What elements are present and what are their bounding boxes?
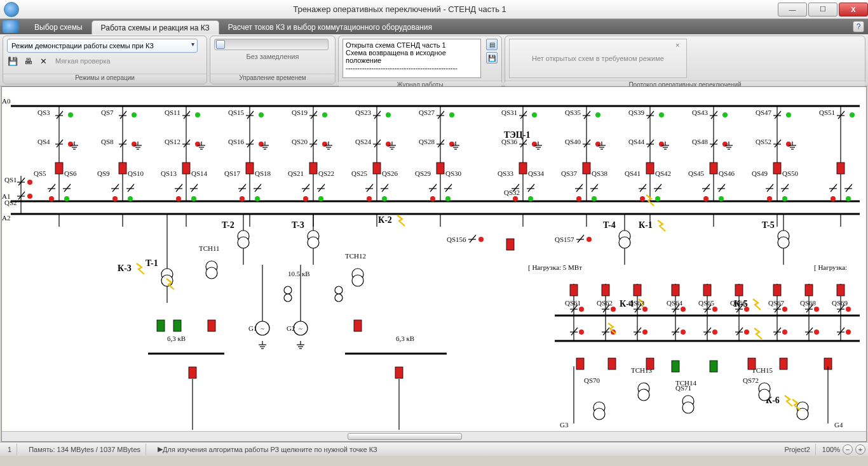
protocol-close-button[interactable]: × [675, 41, 684, 50]
svg-rect-368 [208, 320, 215, 331]
svg-text:QS26: QS26 [382, 170, 398, 177]
svg-text:QS6: QS6 [64, 170, 77, 177]
svg-line-147 [438, 111, 444, 119]
tab-fault-calc[interactable]: Расчет токов КЗ и выбор коммутационного … [219, 20, 441, 34]
ribbon: Режим демонстрации работы схемы при КЗ 💾… [0, 34, 868, 86]
svg-line-32 [120, 111, 126, 119]
svg-line-151 [438, 140, 444, 147]
svg-rect-135 [373, 163, 381, 174]
svg-point-15 [68, 142, 73, 147]
svg-text:QS49: QS49 [752, 170, 768, 177]
svg-point-120 [318, 196, 323, 201]
svg-point-119 [303, 196, 308, 201]
svg-line-197 [584, 140, 590, 147]
svg-point-61 [195, 142, 200, 147]
svg-point-380 [284, 286, 292, 294]
svg-point-222 [659, 142, 664, 147]
protocol-text: Нет открытых схем в требуемом режиме [532, 55, 664, 62]
svg-point-382 [335, 286, 342, 294]
svg-line-405 [571, 328, 578, 335]
svg-rect-385 [354, 320, 362, 331]
svg-point-258 [719, 196, 724, 201]
svg-rect-273 [773, 163, 781, 174]
svg-rect-370 [189, 367, 196, 378]
svg-point-351 [352, 275, 363, 286]
svg-line-93 [240, 184, 246, 192]
svg-text:QS17: QS17 [224, 170, 241, 177]
delete-icon[interactable]: ✕ [37, 55, 49, 67]
svg-point-11 [68, 112, 73, 117]
svg-line-9 [57, 111, 63, 119]
single-line-diagram[interactable]: .bus { stroke: #000; stroke-width: 3; } … [2, 87, 867, 430]
svg-line-24 [49, 184, 55, 192]
horizontal-scrollbar[interactable] [2, 431, 866, 441]
svg-text:T-4: T-4 [603, 220, 616, 230]
window-minimize-button[interactable]: — [778, 3, 807, 17]
app-menu-button[interactable] [3, 20, 19, 33]
svg-text:A2: A2 [2, 214, 10, 222]
svg-text:К-3: К-3 [118, 263, 132, 273]
svg-text:QS52: QS52 [756, 138, 771, 145]
svg-text:QS22: QS22 [318, 170, 334, 177]
log-save-button[interactable]: 💾 [486, 52, 498, 63]
svg-point-348 [206, 267, 217, 279]
svg-text:6,3 кВ: 6,3 кВ [396, 335, 414, 342]
svg-text:QS44: QS44 [628, 138, 645, 145]
scrollbar-thumb[interactable] [348, 433, 462, 440]
svg-text:QS19: QS19 [292, 109, 308, 116]
tab-scheme-select[interactable]: Выбор схемы [25, 20, 92, 34]
svg-text:QS13: QS13 [161, 170, 177, 177]
svg-text:QS35: QS35 [565, 109, 581, 116]
svg-text:QS34: QS34 [528, 170, 545, 177]
speed-slider[interactable] [214, 39, 329, 50]
svg-point-424 [642, 330, 648, 335]
svg-rect-158 [437, 163, 444, 174]
svg-text:QS72: QS72 [743, 376, 759, 384]
scheme-canvas[interactable]: .bus { stroke: #000; stroke-width: 3; } … [1, 86, 867, 442]
slider-thumb[interactable] [216, 40, 225, 49]
svg-rect-320 [506, 239, 514, 250]
protocol-box: Нет открытых схем в требуемом режиме × [509, 39, 687, 78]
svg-point-338 [619, 237, 630, 248]
svg-line-82 [247, 140, 254, 147]
svg-text:QS61: QS61 [565, 299, 581, 307]
svg-point-315 [478, 237, 484, 242]
svg-point-328 [238, 237, 249, 248]
tab-scheme-reaction[interactable]: Работа схемы и реакция на КЗ [92, 20, 219, 34]
svg-text:QS15: QS15 [228, 109, 245, 116]
svg-line-26 [64, 184, 71, 192]
mode-combo[interactable]: Режим демонстрации работы схемы при КЗ [7, 39, 198, 53]
print-icon[interactable]: 🖶 [22, 55, 34, 67]
svg-line-216 [648, 111, 654, 119]
svg-line-220 [648, 140, 654, 147]
zoom-out-button[interactable]: − [843, 444, 853, 455]
svg-rect-417 [634, 284, 641, 296]
svg-line-256 [719, 184, 725, 192]
svg-line-279 [782, 184, 789, 192]
svg-text:QS63: QS63 [628, 299, 645, 307]
svg-point-84 [259, 142, 264, 147]
window-close-button[interactable]: X [839, 3, 868, 17]
svg-text:QS70: QS70 [584, 376, 600, 384]
svg-line-170 [520, 111, 527, 119]
svg-text:К-1: К-1 [639, 220, 653, 230]
zoom-in-button[interactable]: + [855, 444, 865, 455]
status-project[interactable]: Project2 [780, 444, 816, 455]
log-expand-button[interactable]: ▤ [486, 39, 498, 50]
svg-point-211 [576, 196, 581, 201]
log-textbox[interactable]: Открыта схема СТЕНД часть 1 Схема возвра… [342, 39, 481, 78]
status-page: 1 [3, 444, 17, 455]
svg-rect-471 [837, 284, 844, 296]
svg-point-74 [191, 196, 196, 201]
save-icon[interactable]: 💾 [7, 55, 18, 67]
svg-text:QS48: QS48 [692, 138, 709, 145]
window-maximize-button[interactable]: ☐ [808, 3, 837, 17]
svg-point-281 [782, 196, 787, 201]
svg-text:QS11: QS11 [165, 109, 180, 116]
svg-text:QS69: QS69 [832, 299, 848, 307]
svg-line-208 [576, 184, 583, 192]
svg-rect-462 [805, 284, 813, 296]
svg-text:QS157: QS157 [555, 236, 574, 243]
help-button[interactable]: ? [853, 21, 864, 32]
svg-rect-484 [748, 358, 756, 369]
